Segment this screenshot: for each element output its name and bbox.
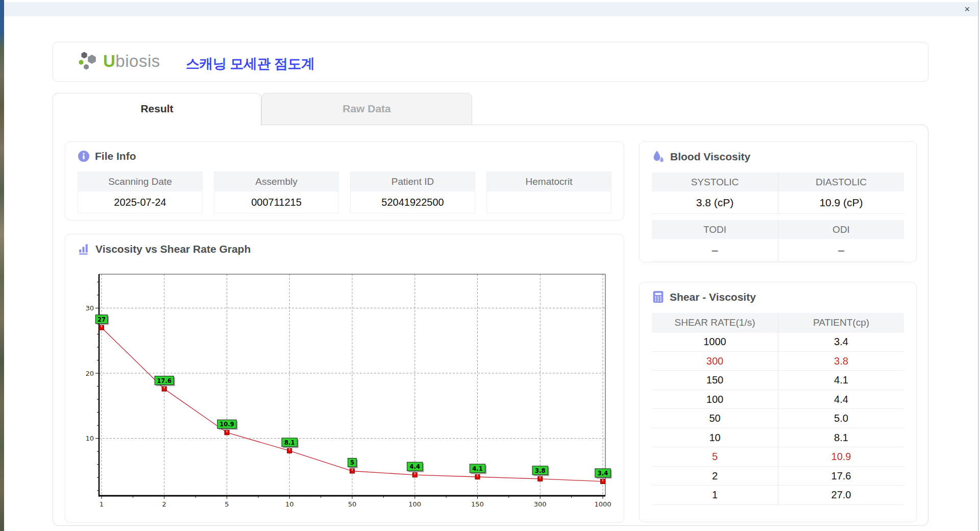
tab-raw-data[interactable]: Raw Data	[261, 93, 472, 125]
shear-table-row: 3003.8	[652, 352, 904, 371]
patient-viscosity-cell: 17.6	[778, 467, 904, 486]
shear-rate-column-header: SHEAR RATE(1/s)	[652, 313, 778, 332]
file-info-card: File Info Scanning Date2025-07-24Assembl…	[65, 141, 624, 221]
graph-title-row: Viscosity vs Shear Rate Graph	[78, 243, 251, 255]
droplets-icon	[652, 150, 665, 163]
data-point-marker-notch	[540, 476, 541, 478]
x-tick-label: 300	[534, 500, 547, 508]
brand-rest: biosis	[115, 52, 160, 70]
data-point-marker-notch	[602, 479, 603, 481]
x-tick-label: 2	[162, 500, 166, 508]
data-point-marker-notch	[164, 387, 165, 389]
shear-rate-cell: 150	[652, 371, 778, 390]
patient-column-header: PATIENT(cp)	[778, 313, 904, 332]
diastolic-value: 10.9 (cP)	[778, 191, 904, 214]
shear-rate-cell: 1000	[652, 332, 778, 352]
patient-viscosity-cell: 4.1	[778, 371, 904, 390]
shear-table-row: 10003.4	[652, 332, 904, 352]
file-info-field: Scanning Date2025-07-24	[78, 172, 203, 213]
y-tick-label: 10	[85, 435, 94, 442]
point-label-text: 17.6	[157, 377, 172, 384]
field-value: 52041922500	[351, 191, 475, 213]
shear-viscosity-title-row: Shear - Viscosity	[652, 291, 756, 303]
tab-result[interactable]: Result	[53, 93, 261, 126]
file-info-title: File Info	[95, 150, 136, 162]
shear-rate-cell: 300	[652, 352, 778, 371]
brand-letter-u: U	[103, 52, 115, 70]
y-tick-label: 30	[85, 304, 94, 312]
shear-rate-cell: 100	[652, 390, 778, 409]
field-value: 000711215	[214, 191, 338, 213]
odi-value: –	[778, 239, 904, 261]
x-tick-label: 1	[100, 500, 104, 508]
point-label-text: 5	[350, 459, 354, 466]
point-label-text: 27	[97, 316, 106, 323]
desktop-wallpaper-sliver	[0, 0, 4, 531]
shear-table-header: SHEAR RATE(1/s) PATIENT(cp)	[652, 313, 904, 332]
viscosity-graph-card: Viscosity vs Shear Rate Graph 1020301251…	[65, 234, 624, 523]
field-value: 2025-07-24	[78, 191, 202, 213]
shear-rate-cell: 5	[652, 447, 778, 467]
patient-viscosity-cell: 8.1	[778, 428, 904, 448]
patient-viscosity-cell: 3.8	[778, 352, 904, 371]
result-tab-panel: File Info Scanning Date2025-07-24Assembl…	[53, 125, 928, 526]
systolic-header: SYSTOLIC	[652, 173, 778, 191]
point-label-text: 3.4	[598, 470, 608, 477]
point-label-text: 4.4	[410, 463, 420, 470]
point-label-text: 10.9	[219, 421, 234, 428]
shear-viscosity-title: Shear - Viscosity	[670, 291, 756, 303]
y-tick-label: 20	[85, 370, 94, 377]
file-info-title-row: File Info	[78, 150, 136, 162]
ubiosis-logo-icon	[78, 51, 100, 71]
patient-viscosity-cell: 27.0	[778, 486, 904, 505]
blood-viscosity-title-row: Blood Viscosity	[652, 150, 750, 163]
point-label-text: 8.1	[284, 439, 295, 446]
app-window: × Ubiosis 스캐닝 모세관 점도계 Result Raw Data	[4, 0, 979, 531]
shear-viscosity-table: SHEAR RATE(1/s) PATIENT(cp) 10003.43003.…	[652, 313, 904, 505]
calculator-icon	[652, 291, 665, 303]
point-label-text: 3.8	[535, 467, 545, 474]
shear-rate-cell: 50	[652, 409, 778, 428]
data-point-marker-notch	[289, 448, 290, 450]
shear-rate-cell: 2	[652, 467, 778, 486]
viscosity-shear-chart: 102030125105010015030010002717.610.98.15…	[76, 267, 615, 511]
systolic-diastolic-group: SYSTOLIC DIASTOLIC 3.8 (cP) 10.9 (cP)	[652, 173, 904, 214]
point-label-text: 4.1	[472, 465, 482, 472]
file-info-field: Hematocrit	[486, 172, 611, 213]
field-label: Hematocrit	[487, 172, 611, 191]
close-icon[interactable]: ×	[964, 4, 970, 14]
shear-table-row: 505.0	[652, 409, 904, 428]
todi-header: TODI	[652, 220, 778, 239]
x-tick-label: 150	[471, 500, 484, 508]
file-info-field: Patient ID52041922500	[350, 172, 475, 213]
data-point-marker-notch	[101, 325, 102, 327]
shear-table-row: 108.1	[652, 428, 904, 448]
x-tick-label: 50	[348, 500, 357, 508]
ubiosis-logo: Ubiosis	[78, 51, 160, 71]
window-titlebar: ×	[4, 2, 978, 16]
shear-table-row: 510.9	[652, 447, 904, 467]
x-tick-label: 1000	[594, 500, 611, 508]
x-tick-label: 5	[225, 500, 229, 508]
blood-viscosity-card: Blood Viscosity SYSTOLIC DIASTOLIC 3.8 (…	[639, 141, 917, 262]
blood-viscosity-title: Blood Viscosity	[670, 151, 750, 163]
todi-odi-group: TODI ODI – –	[652, 220, 904, 261]
shear-table-row: 217.6	[652, 467, 904, 486]
info-icon	[78, 150, 90, 162]
shear-table-row: 127.0	[652, 486, 904, 505]
field-label: Scanning Date	[78, 172, 202, 191]
diastolic-header: DIASTOLIC	[778, 173, 904, 191]
file-info-field: Assembly000711215	[214, 172, 339, 213]
field-value	[487, 191, 611, 213]
patient-viscosity-cell: 5.0	[778, 409, 904, 428]
brand-text: Ubiosis	[103, 52, 160, 71]
patient-viscosity-cell: 3.4	[778, 332, 904, 352]
field-label: Patient ID	[351, 172, 475, 191]
graph-title: Viscosity vs Shear Rate Graph	[95, 243, 251, 255]
odi-header: ODI	[778, 220, 904, 239]
shear-table-row: 1004.4	[652, 390, 904, 409]
patient-viscosity-cell: 10.9	[778, 447, 904, 467]
data-point-marker-notch	[414, 473, 415, 475]
shear-rate-cell: 1	[652, 486, 778, 505]
data-point-marker-notch	[477, 474, 478, 476]
